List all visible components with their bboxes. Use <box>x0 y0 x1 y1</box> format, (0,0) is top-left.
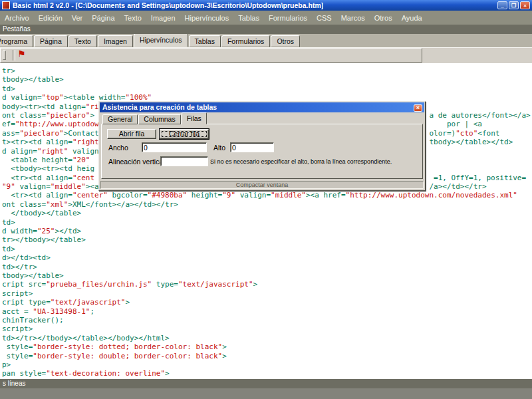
tab-otros[interactable]: Otros <box>271 35 300 47</box>
tab-imagen[interactable]: Imagen <box>98 35 133 47</box>
dialog-tab-strip: GeneralColumnasFilas <box>102 114 207 124</box>
toolbar-separator <box>13 50 15 61</box>
code-line: d width="25"></td> <box>2 227 532 235</box>
menu-item-imagen[interactable]: Imagen <box>146 14 180 22</box>
code-line: style="border-style: dotted; border-colo… <box>2 342 532 351</box>
title-bar[interactable]: Basic html 2 v2.0 - [C:\Documents and Se… <box>0 0 532 11</box>
dialog-title: Asistencia para creación de tablas <box>102 103 217 111</box>
menu-item-tablas[interactable]: Tablas <box>233 14 264 22</box>
code-line: acct = "UA-313498-1"; <box>2 307 532 316</box>
app-window: Basic html 2 v2.0 - [C:\Documents and Se… <box>0 0 532 399</box>
maximize-icon[interactable]: ❐ <box>509 1 519 9</box>
tab-programa[interactable]: Programa <box>0 35 33 47</box>
menu-item-texto[interactable]: Texto <box>120 14 146 22</box>
tab-hipervinculos[interactable]: Hipervínculos <box>134 34 188 47</box>
menu-item-ver[interactable]: Ver <box>67 14 88 22</box>
code-line: td> <box>2 84 532 93</box>
code-line: tr></tbody></table> <box>2 235 532 244</box>
toolbar-panel: ⚑ <box>0 48 422 63</box>
dialog-tab-filas[interactable]: Filas <box>182 112 207 124</box>
height-hint-text: Si no es necesario especificar el alto, … <box>210 158 421 165</box>
menu-item-edicion[interactable]: Edición <box>34 14 67 22</box>
code-line: <tr><td align="center" bgcolor="#4980ba"… <box>2 191 532 200</box>
menu-item-pagina[interactable]: Página <box>87 14 119 22</box>
code-line: tr> <box>2 66 532 75</box>
flag-icon[interactable]: ⚑ <box>17 49 26 59</box>
menu-item-marcos[interactable]: Marcos <box>336 14 370 22</box>
code-line: script> <box>2 325 532 333</box>
menu-item-formularios[interactable]: Formularios <box>264 14 312 22</box>
menu-item-hipervinculos[interactable]: Hipervínculos <box>180 14 234 22</box>
dialog-tab-columnas[interactable]: Columnas <box>138 114 180 124</box>
pestanas-caption: Pestañas <box>0 25 532 34</box>
code-line: cript type="text/javascript"> <box>2 298 532 307</box>
tab-texto[interactable]: Texto <box>68 35 97 47</box>
height-label: Alto <box>213 144 225 152</box>
tab-tablas[interactable]: Tablas <box>189 35 221 47</box>
code-line: d></td><td> <box>2 253 532 262</box>
menu-item-archivo[interactable]: Archivo <box>0 14 34 22</box>
close-row-button[interactable]: Cerrar fila <box>160 129 209 139</box>
minimize-icon[interactable]: _ <box>497 1 507 9</box>
width-label: Ancho <box>108 144 128 152</box>
menu-bar: ArchivoEdiciónVerPáginaTextoImagenHiperv… <box>0 11 532 25</box>
app-icon <box>2 1 10 9</box>
tab-formularios[interactable]: Formularios <box>221 35 270 47</box>
code-line: cript src="prueba_files/urchin.js" type=… <box>2 280 532 289</box>
open-row-button[interactable]: Abrir fila <box>107 129 156 139</box>
menu-item-ayuda[interactable]: Ayuda <box>397 14 427 22</box>
vertical-align-label: Alineación vertical <box>108 158 165 166</box>
code-line: td> <box>2 245 532 253</box>
code-line: ont class="xml">XML</font></a></td></tr> <box>2 200 532 209</box>
window-title: Basic html 2 v2.0 - [C:\Documents and Se… <box>13 1 323 9</box>
code-line: td> <box>2 218 532 227</box>
window-controls: _ ❐ × <box>497 1 530 9</box>
tab-strip: ProgramaPáginaTextoImagenHipervínculosTa… <box>0 34 532 48</box>
table-assistant-dialog: Asistencia para creación de tablas × Gen… <box>98 101 426 191</box>
toolbar: ⚑ <box>0 47 532 64</box>
code-line: chinTracker(); <box>2 316 532 325</box>
code-line: style="border-style: double; border-colo… <box>2 352 532 360</box>
menu-item-otros[interactable]: Otros <box>370 14 397 22</box>
code-line: </tbody></table> <box>2 209 532 217</box>
close-icon[interactable]: × <box>520 1 530 9</box>
code-line: td></tr> <box>2 263 532 271</box>
height-input[interactable] <box>230 142 274 152</box>
dialog-title-bar[interactable]: Asistencia para creación de tablas × <box>100 102 424 112</box>
tab-pagina[interactable]: Página <box>34 35 68 47</box>
toolbar-grip[interactable] <box>3 51 6 60</box>
menu-item-css[interactable]: CSS <box>312 14 336 22</box>
code-line: script> <box>2 289 532 298</box>
code-line: tbody></table> <box>2 271 532 280</box>
width-input[interactable] <box>142 142 207 152</box>
code-line: tbody></table> <box>2 75 532 84</box>
compact-window-bar[interactable]: Compactar ventana <box>100 181 424 189</box>
dialog-close-icon[interactable]: × <box>414 104 422 112</box>
code-line: pan style="text-decoration: overline"> <box>2 369 532 378</box>
dialog-tab-general[interactable]: General <box>102 114 138 124</box>
status-bar: s líneas <box>0 379 532 388</box>
code-line: p> <box>2 360 532 369</box>
code-line: td></tr></tbody></table></body></html> <box>2 334 532 342</box>
vertical-align-input[interactable] <box>160 156 208 166</box>
